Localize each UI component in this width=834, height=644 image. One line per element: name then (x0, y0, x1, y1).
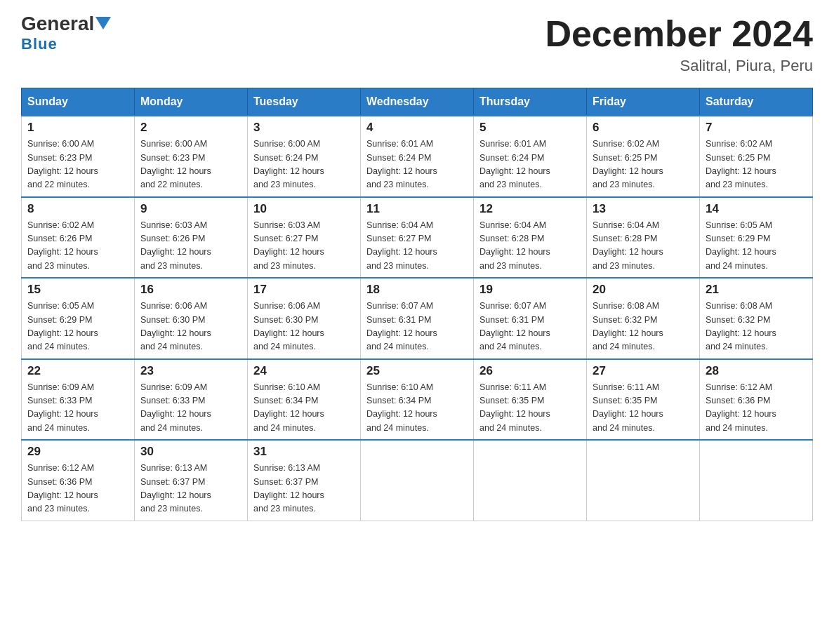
column-header-wednesday: Wednesday (361, 88, 474, 116)
column-header-sunday: Sunday (22, 88, 135, 116)
day-number: 28 (706, 364, 807, 378)
day-number: 1 (27, 121, 128, 135)
calendar-cell: 11 Sunrise: 6:04 AM Sunset: 6:27 PM Dayl… (361, 197, 474, 279)
calendar-cell: 30 Sunrise: 6:13 AM Sunset: 6:37 PM Dayl… (135, 440, 248, 521)
column-header-tuesday: Tuesday (248, 88, 361, 116)
calendar-cell: 28 Sunrise: 6:12 AM Sunset: 6:36 PM Dayl… (700, 359, 813, 441)
day-number: 2 (140, 121, 241, 135)
day-info: Sunrise: 6:04 AM Sunset: 6:27 PM Dayligh… (366, 219, 468, 274)
calendar-cell: 12 Sunrise: 6:04 AM Sunset: 6:28 PM Dayl… (474, 197, 587, 279)
day-number: 8 (27, 202, 128, 216)
day-info: Sunrise: 6:01 AM Sunset: 6:24 PM Dayligh… (366, 137, 468, 192)
day-number: 31 (253, 445, 355, 459)
calendar-cell: 1 Sunrise: 6:00 AM Sunset: 6:23 PM Dayli… (22, 116, 135, 197)
day-info: Sunrise: 6:05 AM Sunset: 6:29 PM Dayligh… (27, 300, 128, 354)
svg-marker-0 (95, 17, 111, 29)
day-number: 22 (27, 364, 128, 378)
calendar-cell: 6 Sunrise: 6:02 AM Sunset: 6:25 PM Dayli… (587, 116, 700, 197)
day-info: Sunrise: 6:10 AM Sunset: 6:34 PM Dayligh… (253, 381, 355, 436)
day-info: Sunrise: 6:13 AM Sunset: 6:37 PM Dayligh… (140, 462, 241, 516)
calendar-cell: 31 Sunrise: 6:13 AM Sunset: 6:37 PM Dayl… (248, 440, 361, 521)
day-number: 30 (140, 445, 241, 459)
calendar-cell: 24 Sunrise: 6:10 AM Sunset: 6:34 PM Dayl… (248, 359, 361, 441)
logo-triangle-icon (95, 17, 111, 29)
day-number: 10 (253, 202, 355, 216)
day-number: 13 (593, 202, 694, 216)
day-number: 7 (706, 121, 807, 135)
column-header-monday: Monday (135, 88, 248, 116)
day-number: 21 (706, 283, 807, 297)
page-header: General Blue December 2024 Salitral, Piu… (21, 14, 813, 75)
week-row-1: 1 Sunrise: 6:00 AM Sunset: 6:23 PM Dayli… (22, 116, 813, 197)
day-number: 25 (366, 364, 468, 378)
calendar-cell (700, 440, 813, 521)
week-row-5: 29 Sunrise: 6:12 AM Sunset: 6:36 PM Dayl… (22, 440, 813, 521)
day-info: Sunrise: 6:09 AM Sunset: 6:33 PM Dayligh… (140, 381, 241, 436)
day-info: Sunrise: 6:02 AM Sunset: 6:25 PM Dayligh… (593, 137, 694, 192)
calendar-cell: 7 Sunrise: 6:02 AM Sunset: 6:25 PM Dayli… (700, 116, 813, 197)
day-number: 19 (479, 283, 581, 297)
calendar-cell: 17 Sunrise: 6:06 AM Sunset: 6:30 PM Dayl… (248, 278, 361, 359)
day-number: 12 (479, 202, 581, 216)
day-info: Sunrise: 6:12 AM Sunset: 6:36 PM Dayligh… (706, 381, 807, 436)
day-number: 20 (593, 283, 694, 297)
week-row-4: 22 Sunrise: 6:09 AM Sunset: 6:33 PM Dayl… (22, 359, 813, 441)
day-info: Sunrise: 6:00 AM Sunset: 6:23 PM Dayligh… (140, 137, 241, 192)
day-number: 26 (479, 364, 581, 378)
day-info: Sunrise: 6:12 AM Sunset: 6:36 PM Dayligh… (27, 462, 128, 516)
calendar-cell: 25 Sunrise: 6:10 AM Sunset: 6:34 PM Dayl… (361, 359, 474, 441)
calendar-cell: 15 Sunrise: 6:05 AM Sunset: 6:29 PM Dayl… (22, 278, 135, 359)
calendar-cell: 22 Sunrise: 6:09 AM Sunset: 6:33 PM Dayl… (22, 359, 135, 441)
column-header-thursday: Thursday (474, 88, 587, 116)
day-info: Sunrise: 6:11 AM Sunset: 6:35 PM Dayligh… (593, 381, 694, 436)
calendar-cell: 3 Sunrise: 6:00 AM Sunset: 6:24 PM Dayli… (248, 116, 361, 197)
logo-general-text: General (21, 14, 94, 34)
day-info: Sunrise: 6:03 AM Sunset: 6:26 PM Dayligh… (140, 219, 241, 274)
calendar-cell: 29 Sunrise: 6:12 AM Sunset: 6:36 PM Dayl… (22, 440, 135, 521)
day-info: Sunrise: 6:08 AM Sunset: 6:32 PM Dayligh… (593, 300, 694, 354)
day-number: 29 (27, 445, 128, 459)
day-number: 5 (479, 121, 581, 135)
day-number: 17 (253, 283, 355, 297)
day-info: Sunrise: 6:03 AM Sunset: 6:27 PM Dayligh… (253, 219, 355, 274)
week-row-2: 8 Sunrise: 6:02 AM Sunset: 6:26 PM Dayli… (22, 197, 813, 279)
calendar-cell: 18 Sunrise: 6:07 AM Sunset: 6:31 PM Dayl… (361, 278, 474, 359)
day-info: Sunrise: 6:01 AM Sunset: 6:24 PM Dayligh… (479, 137, 581, 192)
day-number: 18 (366, 283, 468, 297)
calendar-cell: 23 Sunrise: 6:09 AM Sunset: 6:33 PM Dayl… (135, 359, 248, 441)
calendar-cell: 26 Sunrise: 6:11 AM Sunset: 6:35 PM Dayl… (474, 359, 587, 441)
calendar-cell: 19 Sunrise: 6:07 AM Sunset: 6:31 PM Dayl… (474, 278, 587, 359)
calendar-cell: 27 Sunrise: 6:11 AM Sunset: 6:35 PM Dayl… (587, 359, 700, 441)
week-row-3: 15 Sunrise: 6:05 AM Sunset: 6:29 PM Dayl… (22, 278, 813, 359)
day-number: 27 (593, 364, 694, 378)
location-text: Salitral, Piura, Peru (545, 57, 813, 75)
day-number: 3 (253, 121, 355, 135)
column-header-friday: Friday (587, 88, 700, 116)
day-info: Sunrise: 6:00 AM Sunset: 6:24 PM Dayligh… (253, 137, 355, 192)
calendar-cell: 5 Sunrise: 6:01 AM Sunset: 6:24 PM Dayli… (474, 116, 587, 197)
calendar-table: SundayMondayTuesdayWednesdayThursdayFrid… (21, 88, 813, 521)
calendar-cell: 2 Sunrise: 6:00 AM Sunset: 6:23 PM Dayli… (135, 116, 248, 197)
day-info: Sunrise: 6:09 AM Sunset: 6:33 PM Dayligh… (27, 381, 128, 436)
calendar-header-row: SundayMondayTuesdayWednesdayThursdayFrid… (22, 88, 813, 116)
calendar-cell (474, 440, 587, 521)
calendar-cell: 21 Sunrise: 6:08 AM Sunset: 6:32 PM Dayl… (700, 278, 813, 359)
day-number: 15 (27, 283, 128, 297)
calendar-cell: 4 Sunrise: 6:01 AM Sunset: 6:24 PM Dayli… (361, 116, 474, 197)
logo-blue-text: Blue (21, 35, 58, 53)
day-info: Sunrise: 6:07 AM Sunset: 6:31 PM Dayligh… (366, 300, 468, 354)
calendar-cell: 10 Sunrise: 6:03 AM Sunset: 6:27 PM Dayl… (248, 197, 361, 279)
day-number: 6 (593, 121, 694, 135)
calendar-cell (361, 440, 474, 521)
day-info: Sunrise: 6:04 AM Sunset: 6:28 PM Dayligh… (479, 219, 581, 274)
day-info: Sunrise: 6:02 AM Sunset: 6:26 PM Dayligh… (27, 219, 128, 274)
day-info: Sunrise: 6:04 AM Sunset: 6:28 PM Dayligh… (593, 219, 694, 274)
title-section: December 2024 Salitral, Piura, Peru (545, 14, 813, 75)
column-header-saturday: Saturday (700, 88, 813, 116)
day-info: Sunrise: 6:06 AM Sunset: 6:30 PM Dayligh… (253, 300, 355, 354)
calendar-cell: 14 Sunrise: 6:05 AM Sunset: 6:29 PM Dayl… (700, 197, 813, 279)
day-info: Sunrise: 6:08 AM Sunset: 6:32 PM Dayligh… (706, 300, 807, 354)
day-info: Sunrise: 6:06 AM Sunset: 6:30 PM Dayligh… (140, 300, 241, 354)
calendar-cell (587, 440, 700, 521)
day-info: Sunrise: 6:10 AM Sunset: 6:34 PM Dayligh… (366, 381, 468, 436)
